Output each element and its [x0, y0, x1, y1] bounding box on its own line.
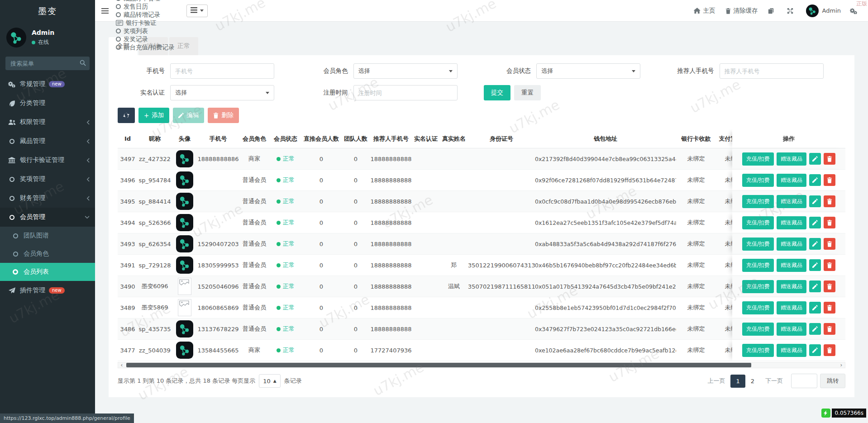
recharge-deduct-button[interactable]: 充值/扣费 — [742, 323, 774, 336]
edit-row-button[interactable] — [809, 217, 821, 228]
menu-search-input[interactable] — [5, 57, 90, 70]
table-row[interactable]: 3486sp_43573513137678229普通会员正常0018888888… — [118, 318, 845, 340]
horizontal-scrollbar[interactable]: ‹ › — [118, 362, 845, 368]
nav-item-8[interactable]: 发奖记录 — [116, 35, 175, 43]
edit-button[interactable]: 编辑 — [173, 108, 204, 123]
gift-collection-button[interactable]: 赠送藏品 — [777, 238, 806, 251]
sidebar-item-8[interactable]: 插件管理new — [0, 281, 95, 300]
sidebar-item-4[interactable]: 银行卡验证管理 — [0, 151, 95, 170]
edit-row-button[interactable] — [809, 259, 821, 271]
table-row[interactable]: 3496sp_954784普通会员正常00188888888880x92f06c… — [118, 170, 845, 191]
nav-item-4[interactable]: 发售日历 — [116, 3, 175, 11]
page-jump-input[interactable] — [791, 374, 817, 388]
table-row[interactable]: 3495sp_884414普通会员正常00188888888880x0cfc9c… — [118, 191, 845, 212]
nav-item-7[interactable]: 奖项列表 — [116, 27, 175, 35]
table-row[interactable]: 3489墨变586918060865869普通会员正常0018888888888… — [118, 297, 845, 318]
delete-row-button[interactable] — [824, 174, 835, 186]
referrer-filter-input[interactable] — [720, 63, 824, 79]
sidebar-item-5[interactable]: 奖项管理 — [0, 170, 95, 189]
next-page-button[interactable]: 下一页 — [760, 374, 788, 388]
recharge-deduct-button[interactable]: 充值/扣费 — [742, 174, 774, 187]
regtime-filter-input[interactable] — [353, 85, 458, 100]
sidebar-subitem-2[interactable]: 会员列表 — [0, 263, 95, 281]
gift-collection-button[interactable]: 赠送藏品 — [777, 152, 806, 166]
table-row[interactable]: 3477zz_50403913584455665商家正常001772740793… — [118, 340, 845, 361]
recharge-deduct-button[interactable]: 充值/扣费 — [742, 195, 774, 208]
edit-row-button[interactable] — [809, 344, 821, 356]
page-number-2[interactable]: 2 — [745, 375, 760, 388]
sidebar-subitem-0[interactable]: 团队图谱 — [0, 227, 95, 245]
edit-row-button[interactable] — [809, 280, 821, 292]
nav-overflow-dropdown[interactable] — [186, 5, 208, 17]
recharge-deduct-button[interactable]: 充值/扣费 — [742, 280, 774, 293]
delete-row-button[interactable] — [824, 259, 835, 271]
copy-button[interactable] — [768, 8, 777, 14]
sidebar-item-7[interactable]: 会员管理 — [0, 208, 95, 227]
edit-row-button[interactable] — [809, 153, 821, 165]
delete-row-button[interactable] — [824, 302, 835, 314]
sidebar-subitem-1[interactable]: 会员角色 — [0, 245, 95, 263]
delete-button[interactable]: 删除 — [208, 108, 239, 123]
edit-row-button[interactable] — [809, 302, 821, 314]
gift-collection-button[interactable]: 赠送藏品 — [777, 301, 806, 314]
table-row[interactable]: 3497zz_42732218888888886商家正常001888888888… — [118, 148, 845, 170]
hamburger-icon[interactable] — [101, 8, 109, 14]
gift-collection-button[interactable]: 赠送藏品 — [777, 323, 806, 336]
gift-collection-button[interactable]: 赠送藏品 — [777, 280, 806, 293]
delete-row-button[interactable] — [824, 238, 835, 250]
table-row[interactable]: 3493sp_62635415290407203普通会员正常0018888888… — [118, 233, 845, 255]
delete-row-button[interactable] — [824, 153, 835, 165]
delete-row-button[interactable] — [824, 323, 835, 335]
recharge-deduct-button[interactable]: 充值/扣费 — [742, 152, 774, 166]
role-filter-select[interactable]: 选择 — [353, 63, 458, 79]
edit-row-button[interactable] — [809, 195, 821, 207]
edit-row-button[interactable] — [809, 238, 821, 250]
page-number-1[interactable]: 1 — [730, 375, 745, 388]
settings-button[interactable] — [850, 8, 860, 14]
gift-collection-button[interactable]: 赠送藏品 — [777, 174, 806, 187]
nav-item-9[interactable]: 后台充值/扣费记录 — [116, 43, 175, 52]
recharge-deduct-button[interactable]: 充值/扣费 — [742, 344, 774, 357]
page-size-select[interactable]: 10 ▲ — [259, 374, 280, 388]
gift-collection-button[interactable]: 赠送藏品 — [777, 216, 806, 229]
submit-button[interactable]: 提交 — [484, 85, 510, 100]
table-row[interactable]: 3491sp_72912818305999953普通会员正常0018888888… — [118, 255, 845, 276]
prev-page-button[interactable]: 上一页 — [702, 374, 730, 388]
recharge-deduct-button[interactable]: 充值/扣费 — [742, 259, 774, 272]
realname-auth-filter-select[interactable]: 选择 — [170, 85, 274, 100]
delete-row-button[interactable] — [824, 344, 835, 356]
status-filter-select[interactable]: 选择 — [536, 63, 640, 79]
recharge-deduct-button[interactable]: 充值/扣费 — [742, 238, 774, 251]
sidebar-item-1[interactable]: 分类管理 — [0, 94, 95, 113]
home-button[interactable]: 主页 — [694, 7, 715, 15]
add-button[interactable]: + 添加 — [138, 108, 169, 123]
page-jump-button[interactable]: 跳转 — [820, 374, 845, 388]
user-menu[interactable]: Admin — [806, 5, 841, 17]
nav-item-5[interactable]: 藏品转增记录 — [116, 11, 175, 19]
scrollbar-thumb[interactable] — [126, 363, 751, 367]
sidebar-item-6[interactable]: 财务管理 — [0, 189, 95, 208]
fullscreen-button[interactable] — [787, 8, 796, 14]
table-row[interactable]: 3490墨变609615205046096普通会员正常0018888888888… — [118, 276, 845, 297]
delete-row-button[interactable] — [824, 195, 835, 207]
clear-cache-button[interactable]: 清除缓存 — [725, 7, 758, 15]
recharge-deduct-button[interactable]: 充值/扣费 — [742, 216, 774, 229]
delete-row-button[interactable] — [824, 217, 835, 228]
sidebar-item-0[interactable]: 常规管理new — [0, 75, 95, 94]
edit-row-button[interactable] — [809, 174, 821, 186]
gift-collection-button[interactable]: 赠送藏品 — [777, 344, 806, 357]
phone-filter-input[interactable] — [170, 63, 274, 79]
edit-row-button[interactable] — [809, 323, 821, 335]
refresh-button[interactable] — [118, 108, 135, 123]
recharge-deduct-button[interactable]: 充值/扣费 — [742, 301, 774, 314]
scroll-right-arrow[interactable]: › — [838, 362, 845, 368]
delete-row-button[interactable] — [824, 280, 835, 292]
nav-item-6[interactable]: 银行卡验证 — [116, 19, 175, 27]
gift-collection-button[interactable]: 赠送藏品 — [777, 259, 806, 272]
sidebar-item-3[interactable]: 藏品管理 — [0, 132, 95, 151]
scroll-left-arrow[interactable]: ‹ — [118, 362, 125, 368]
reset-button[interactable]: 重置 — [514, 85, 541, 100]
sidebar-item-2[interactable]: 权限管理 — [0, 113, 95, 132]
table-row[interactable]: 3494sp_526366普通会员正常00188888888880x1612ea… — [118, 212, 845, 233]
gift-collection-button[interactable]: 赠送藏品 — [777, 195, 806, 208]
